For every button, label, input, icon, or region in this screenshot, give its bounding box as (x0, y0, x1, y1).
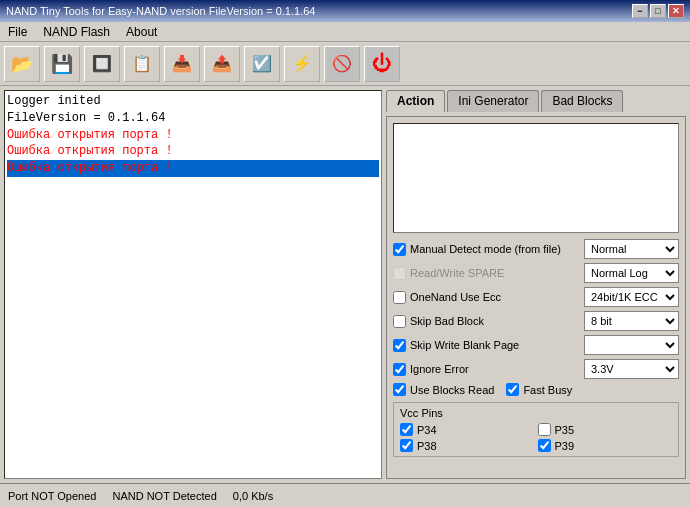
stop-button[interactable]: 🚫 (324, 46, 360, 82)
ignore-error-label: Ignore Error (410, 363, 469, 375)
ignore-error-row: Ignore Error 3.3V 1.8V 2.5V (393, 359, 679, 379)
pin-p38-checkbox[interactable] (400, 439, 413, 452)
title-bar-buttons: − □ ✕ (632, 4, 684, 18)
log-line: Logger inited (7, 93, 379, 110)
log-panel[interactable]: Logger inited FileVersion = 0.1.1.64 Оши… (4, 90, 382, 479)
erase-button[interactable]: ⚡ (284, 46, 320, 82)
onenand-ecc-row: OneNand Use Ecc 24bit/1K ECC 4bit ECC 8b… (393, 287, 679, 307)
vcc-pins-title: Vcc Pins (400, 407, 672, 419)
vcc-select[interactable]: 3.3V 1.8V 2.5V (584, 359, 679, 379)
status-speed: 0,0 Kb/s (233, 490, 273, 502)
window-title: NAND Tiny Tools for Easy-NAND version Fi… (6, 5, 315, 17)
title-bar: NAND Tiny Tools for Easy-NAND version Fi… (0, 0, 690, 22)
skip-bad-block-label: Skip Bad Block (410, 315, 484, 327)
pin-p35-checkbox[interactable] (538, 423, 551, 436)
fast-busy-label: Fast Busy (523, 384, 572, 396)
onenand-ecc-label: OneNand Use Ecc (410, 291, 501, 303)
status-nand: NAND NOT Detected (112, 490, 216, 502)
pin-p39-label: P39 (555, 440, 575, 452)
menubar: File NAND Flash About (0, 22, 690, 42)
save-button[interactable]: 💾 (44, 46, 80, 82)
pin-p39-checkbox[interactable] (538, 439, 551, 452)
tab-ini-generator[interactable]: Ini Generator (447, 90, 539, 112)
tab-bad-blocks[interactable]: Bad Blocks (541, 90, 623, 112)
clone-button[interactable]: 📋 (124, 46, 160, 82)
maximize-button[interactable]: □ (650, 4, 666, 18)
chip-button[interactable]: 🔲 (84, 46, 120, 82)
tab-action[interactable]: Action (386, 90, 445, 112)
minimize-button[interactable]: − (632, 4, 648, 18)
log-line: FileVersion = 0.1.1.64 (7, 110, 379, 127)
ignore-error-checkbox[interactable] (393, 363, 406, 376)
pin-p39: P39 (538, 439, 673, 452)
verify-button[interactable]: ☑️ (244, 46, 280, 82)
pin-p34-label: P34 (417, 424, 437, 436)
menu-nand-flash[interactable]: NAND Flash (39, 24, 114, 40)
skip-write-blank-checkbox[interactable] (393, 339, 406, 352)
use-blocks-read-checkbox[interactable] (393, 383, 406, 396)
vcc-pins-section: Vcc Pins P34 P35 P38 (393, 402, 679, 457)
options-section: Manual Detect mode (from file) Normal Fa… (393, 239, 679, 457)
log-type-select[interactable]: Normal Log Full Log No Log (584, 263, 679, 283)
log-line-error: Ошибка открытия порта ! (7, 127, 379, 144)
skip-write-blank-row: Skip Write Blank Page (393, 335, 679, 355)
skip-bad-block-checkbox[interactable] (393, 315, 406, 328)
menu-about[interactable]: About (122, 24, 161, 40)
write-button[interactable]: 📤 (204, 46, 240, 82)
action-text-area[interactable] (393, 123, 679, 233)
read-write-spare-checkbox[interactable] (393, 267, 406, 280)
fast-busy-checkbox[interactable] (506, 383, 519, 396)
menu-file[interactable]: File (4, 24, 31, 40)
use-blocks-read-label: Use Blocks Read (410, 384, 494, 396)
tab-content-action: Manual Detect mode (from file) Normal Fa… (386, 116, 686, 479)
pin-p35-label: P35 (555, 424, 575, 436)
close-button[interactable]: ✕ (668, 4, 684, 18)
toolbar: 📂 💾 🔲 📋 📥 📤 ☑️ ⚡ 🚫 ⏻ (0, 42, 690, 86)
bits-select[interactable]: 8 bit 16 bit (584, 311, 679, 331)
manual-detect-checkbox[interactable] (393, 243, 406, 256)
log-line-selected: Ошибка открытия порта ! (7, 160, 379, 177)
mode-select[interactable]: Normal Fast Slow (584, 239, 679, 259)
skip-write-blank-label: Skip Write Blank Page (410, 339, 519, 351)
pin-p34: P34 (400, 423, 535, 436)
pin-p38-label: P38 (417, 440, 437, 452)
log-line-error: Ошибка открытия порта ! (7, 143, 379, 160)
open-button[interactable]: 📂 (4, 46, 40, 82)
right-panel: Action Ini Generator Bad Blocks Manual D… (386, 90, 686, 479)
tabs: Action Ini Generator Bad Blocks (386, 90, 686, 112)
status-bar: Port NOT Opened NAND NOT Detected 0,0 Kb… (0, 483, 690, 507)
vcc-pins-grid: P34 P35 P38 P39 (400, 423, 672, 452)
pin-p34-checkbox[interactable] (400, 423, 413, 436)
read-button[interactable]: 📥 (164, 46, 200, 82)
manual-detect-row: Manual Detect mode (from file) Normal Fa… (393, 239, 679, 259)
main-content: Logger inited FileVersion = 0.1.1.64 Оши… (0, 86, 690, 483)
pin-p35: P35 (538, 423, 673, 436)
skip-bad-block-row: Skip Bad Block 8 bit 16 bit (393, 311, 679, 331)
power-button[interactable]: ⏻ (364, 46, 400, 82)
ecc-select[interactable]: 24bit/1K ECC 4bit ECC 8bit ECC No ECC (584, 287, 679, 307)
pin-p38: P38 (400, 439, 535, 452)
read-write-spare-row: Read/Write SPARE Normal Log Full Log No … (393, 263, 679, 283)
manual-detect-label: Manual Detect mode (from file) (410, 243, 561, 255)
empty-select[interactable] (584, 335, 679, 355)
read-write-spare-label: Read/Write SPARE (410, 267, 504, 279)
onenand-ecc-checkbox[interactable] (393, 291, 406, 304)
use-blocks-read-row: Use Blocks Read Fast Busy (393, 383, 679, 396)
status-port: Port NOT Opened (8, 490, 96, 502)
